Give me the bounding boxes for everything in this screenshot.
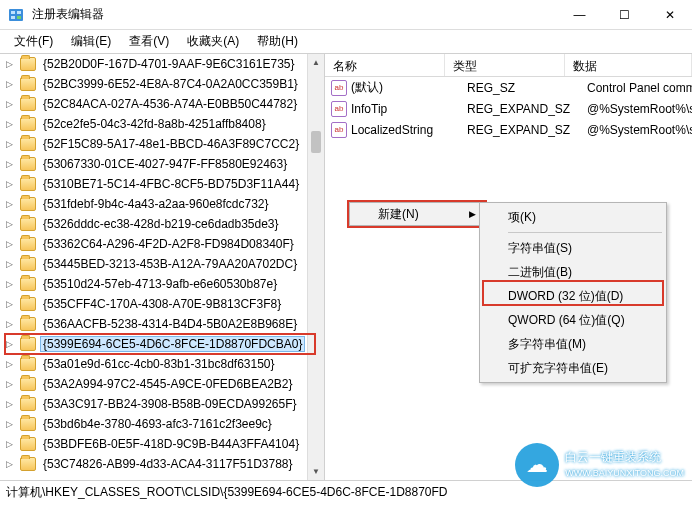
folder-icon bbox=[20, 457, 36, 471]
folder-icon bbox=[20, 197, 36, 211]
tree-pane[interactable]: ▷{52B20D0F-167D-4701-9AAF-9E6C3161E735}▷… bbox=[0, 54, 325, 480]
cell-name: LocalizedString bbox=[351, 123, 463, 137]
tree-item[interactable]: ▷{53a01e9d-61cc-4cb0-83b1-31bc8df63150} bbox=[0, 354, 324, 374]
tree-item[interactable]: ▷{5326dddc-ec38-428d-b219-ce6dadb35de3} bbox=[0, 214, 324, 234]
svg-rect-3 bbox=[17, 11, 21, 14]
folder-icon bbox=[20, 237, 36, 251]
tree-item-label: {52F15C89-5A17-48e1-BBCD-46A3F89C7CC2} bbox=[40, 136, 302, 152]
folder-icon bbox=[20, 77, 36, 91]
tree-item[interactable]: ▷{53510d24-57eb-4713-9afb-e6e60530b87e} bbox=[0, 274, 324, 294]
expand-icon[interactable]: ▷ bbox=[6, 279, 16, 289]
tree-item[interactable]: ▷{53A2A994-97C2-4545-A9CE-0FED6BEA2B2} bbox=[0, 374, 324, 394]
expand-icon[interactable]: ▷ bbox=[6, 459, 16, 469]
expand-icon[interactable]: ▷ bbox=[6, 219, 16, 229]
menu-edit[interactable]: 编辑(E) bbox=[63, 30, 119, 53]
tree-item[interactable]: ▷{52BC3999-6E52-4E8A-87C4-0A2A0CC359B1} bbox=[0, 74, 324, 94]
expand-icon[interactable]: ▷ bbox=[6, 399, 16, 409]
svg-rect-4 bbox=[17, 16, 21, 19]
expand-icon[interactable]: ▷ bbox=[6, 239, 16, 249]
tree-item[interactable]: ▷{5310BE71-5C14-4FBC-8CF5-BD75D3F11A44} bbox=[0, 174, 324, 194]
submenu-item-multistring[interactable]: 多字符串值(M) bbox=[482, 332, 664, 356]
expand-icon[interactable]: ▷ bbox=[6, 339, 16, 349]
list-row[interactable]: abLocalizedStringREG_EXPAND_SZ@%SystemRo… bbox=[325, 119, 692, 140]
tree-item-label: {53067330-01CE-4027-947F-FF8580E92463} bbox=[40, 156, 290, 172]
expand-icon[interactable]: ▷ bbox=[6, 159, 16, 169]
tree-item[interactable]: ▷{53067330-01CE-4027-947F-FF8580E92463} bbox=[0, 154, 324, 174]
tree-item[interactable]: ▷{53BDFE6B-0E5F-418D-9C9B-B44A3FFA4104} bbox=[0, 434, 324, 454]
cell-name: (默认) bbox=[351, 79, 463, 96]
tree-item[interactable]: ▷{531fdebf-9b4c-4a43-a2aa-960e8fcdc732} bbox=[0, 194, 324, 214]
col-header-name[interactable]: 名称 bbox=[325, 54, 445, 76]
folder-icon bbox=[20, 157, 36, 171]
submenu-item-expandstring[interactable]: 可扩充字符串值(E) bbox=[482, 356, 664, 380]
tree-item-label: {535CFF4C-170A-4308-A70E-9B813CF3F8} bbox=[40, 296, 284, 312]
expand-icon[interactable]: ▷ bbox=[6, 79, 16, 89]
submenu-item-key[interactable]: 项(K) bbox=[482, 205, 664, 229]
expand-icon[interactable]: ▷ bbox=[6, 179, 16, 189]
expand-icon[interactable]: ▷ bbox=[6, 259, 16, 269]
tree-item[interactable]: ▷{536AACFB-5238-4314-B4D4-5B0A2E8B968E} bbox=[0, 314, 324, 334]
expand-icon[interactable]: ▷ bbox=[6, 59, 16, 69]
list-row[interactable]: abInfoTipREG_EXPAND_SZ@%SystemRoot%\sy bbox=[325, 98, 692, 119]
context-new-label: 新建(N) bbox=[378, 206, 419, 223]
expand-icon[interactable]: ▷ bbox=[6, 359, 16, 369]
tree-item[interactable]: ▷{52C84ACA-027A-4536-A74A-E0BB50C44782} bbox=[0, 94, 324, 114]
tree-item[interactable]: ▷{535CFF4C-170A-4308-A70E-9B813CF3F8} bbox=[0, 294, 324, 314]
window-title: 注册表编辑器 bbox=[32, 6, 557, 23]
expand-icon[interactable]: ▷ bbox=[6, 199, 16, 209]
tree-item[interactable]: ▷{53C74826-AB99-4d33-ACA4-3117F51D3788} bbox=[0, 454, 324, 474]
expand-icon[interactable]: ▷ bbox=[6, 419, 16, 429]
scroll-down-icon[interactable]: ▼ bbox=[308, 463, 324, 480]
menu-help[interactable]: 帮助(H) bbox=[249, 30, 306, 53]
tree-scrollbar[interactable]: ▲ ▼ bbox=[307, 54, 324, 480]
list-header: 名称 类型 数据 bbox=[325, 54, 692, 77]
cell-name: InfoTip bbox=[351, 102, 463, 116]
list-row[interactable]: ab(默认)REG_SZControl Panel comm bbox=[325, 77, 692, 98]
col-header-data[interactable]: 数据 bbox=[565, 54, 692, 76]
col-header-type[interactable]: 类型 bbox=[445, 54, 565, 76]
expand-icon[interactable]: ▷ bbox=[6, 99, 16, 109]
folder-icon bbox=[20, 277, 36, 291]
menu-file[interactable]: 文件(F) bbox=[6, 30, 61, 53]
expand-icon[interactable]: ▷ bbox=[6, 299, 16, 309]
minimize-button[interactable]: — bbox=[557, 0, 602, 30]
tree-item[interactable]: ▷{52F15C89-5A17-48e1-BBCD-46A3F89C7CC2} bbox=[0, 134, 324, 154]
expand-icon[interactable]: ▷ bbox=[6, 379, 16, 389]
scroll-up-icon[interactable]: ▲ bbox=[308, 54, 324, 71]
tree-item-label: {53445BED-3213-453B-A12A-79AA20A702DC} bbox=[40, 256, 300, 272]
close-button[interactable]: ✕ bbox=[647, 0, 692, 30]
tree-item-label: {5310BE71-5C14-4FBC-8CF5-BD75D3F11A44} bbox=[40, 176, 302, 192]
list-pane[interactable]: 名称 类型 数据 ab(默认)REG_SZControl Panel comma… bbox=[325, 54, 692, 480]
expand-icon[interactable]: ▷ bbox=[6, 319, 16, 329]
expand-icon[interactable]: ▷ bbox=[6, 439, 16, 449]
tree-item[interactable]: ▷{53362C64-A296-4F2D-A2F8-FD984D08340F} bbox=[0, 234, 324, 254]
tree-item-label: {53C74826-AB99-4d33-ACA4-3117F51D3788} bbox=[40, 456, 296, 472]
menu-favorites[interactable]: 收藏夹(A) bbox=[179, 30, 247, 53]
submenu-item-string[interactable]: 字符串值(S) bbox=[482, 236, 664, 260]
tree-item[interactable]: ▷{52ce2fe5-04c3-42fd-8a8b-4251affb8408} bbox=[0, 114, 324, 134]
submenu-item-binary[interactable]: 二进制值(B) bbox=[482, 260, 664, 284]
context-menu-new[interactable]: 新建(N) ▶ bbox=[349, 202, 485, 226]
tree-item[interactable]: ▷{5399E694-6CE5-4D6C-8FCE-1D8870FDCBA0} bbox=[0, 334, 324, 354]
maximize-button[interactable]: ☐ bbox=[602, 0, 647, 30]
scroll-thumb[interactable] bbox=[311, 131, 321, 153]
folder-icon bbox=[20, 317, 36, 331]
folder-icon bbox=[20, 297, 36, 311]
tree-item-label: {53A2A994-97C2-4545-A9CE-0FED6BEA2B2} bbox=[40, 376, 296, 392]
tree-item-label: {53BDFE6B-0E5F-418D-9C9B-B44A3FFA4104} bbox=[40, 436, 302, 452]
expand-icon[interactable]: ▷ bbox=[6, 119, 16, 129]
cell-data: @%SystemRoot%\sy bbox=[583, 102, 692, 116]
submenu-item-dword[interactable]: DWORD (32 位)值(D) bbox=[482, 284, 664, 308]
tree-item[interactable]: ▷{53445BED-3213-453B-A12A-79AA20A702DC} bbox=[0, 254, 324, 274]
tree-item[interactable]: ▷{53bd6b4e-3780-4693-afc3-7161c2f3ee9c} bbox=[0, 414, 324, 434]
svg-rect-0 bbox=[9, 9, 23, 21]
watermark: ☁ 白云一键重装系统 WWW.BAIYUNXITONG.COM bbox=[515, 443, 684, 487]
string-value-icon: ab bbox=[331, 80, 347, 96]
menu-view[interactable]: 查看(V) bbox=[121, 30, 177, 53]
folder-icon bbox=[20, 417, 36, 431]
watermark-line2: WWW.BAIYUNXITONG.COM bbox=[565, 465, 684, 481]
tree-item[interactable]: ▷{52B20D0F-167D-4701-9AAF-9E6C3161E735} bbox=[0, 54, 324, 74]
tree-item[interactable]: ▷{53A3C917-BB24-3908-B58B-09ECDA99265F} bbox=[0, 394, 324, 414]
submenu-item-qword[interactable]: QWORD (64 位)值(Q) bbox=[482, 308, 664, 332]
expand-icon[interactable]: ▷ bbox=[6, 139, 16, 149]
